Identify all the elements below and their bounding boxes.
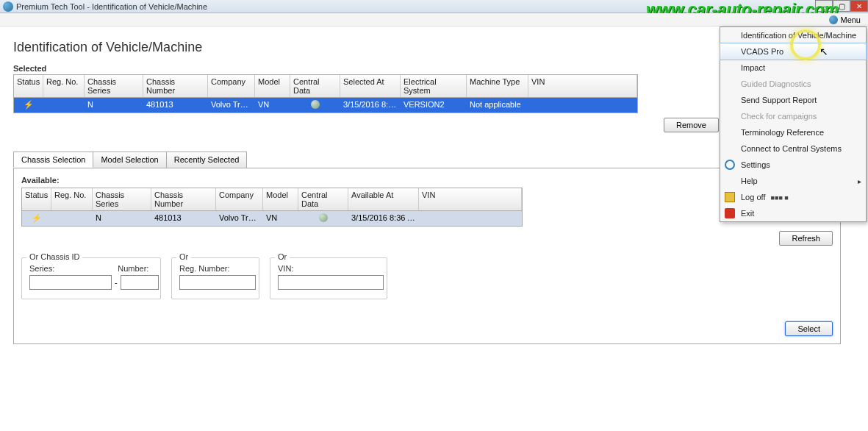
menu-item-help[interactable]: Help ▸ [720, 173, 866, 189]
col-selectedat[interactable]: Selected At [340, 75, 401, 97]
cell-company: Volvo Trucks [208, 98, 255, 113]
acol-regno[interactable]: Reg. No. [51, 188, 93, 210]
tab-pane: Available: Status Reg. No. Chassis Serie… [13, 168, 841, 344]
vin-label: VIN: [278, 264, 379, 273]
acol-company[interactable]: Company [216, 188, 263, 210]
input-groups: Or Chassis ID Series: Number: - Or Reg. … [21, 257, 833, 299]
menu-item-logoff[interactable]: Log off ■■■ ■ [720, 189, 866, 205]
acol-number[interactable]: Chassis Number [151, 188, 216, 210]
cell-number: 481013 [143, 98, 208, 113]
acell-vin [419, 211, 522, 226]
col-series[interactable]: Chassis Series [85, 75, 143, 97]
menu-item-vcads-pro[interactable]: VCADS Pro [720, 43, 867, 60]
menu-label: Menu [840, 15, 861, 24]
dash: - [115, 278, 118, 287]
globe-icon [319, 213, 328, 222]
selected-grid-header: Status Reg. No. Chassis Series Chassis N… [14, 75, 637, 98]
app-icon [3, 1, 13, 12]
acol-central[interactable]: Central Data [298, 188, 348, 210]
col-model[interactable]: Model [255, 75, 290, 97]
menu-button[interactable]: Menu [826, 15, 864, 25]
number-label: Number: [118, 264, 148, 273]
col-central[interactable]: Central Data [290, 75, 340, 97]
menu-item-send-support-report[interactable]: Send Support Report [720, 92, 866, 108]
acol-status[interactable]: Status [22, 188, 51, 210]
cell-vin [528, 98, 637, 113]
cell-machine: Not applicable [467, 98, 528, 113]
acell-series: N [93, 211, 151, 226]
menu-item-impact[interactable]: Impact [720, 60, 866, 76]
series-input[interactable] [29, 275, 112, 290]
vin-title: Or [275, 252, 290, 261]
cell-electrical: VERSION2 [401, 98, 467, 113]
reg-group: Or Reg. Number: [171, 257, 259, 299]
col-electrical[interactable]: Electrical System [401, 75, 467, 97]
acell-number: 481013 [151, 211, 216, 226]
acol-vin[interactable]: VIN [419, 188, 522, 210]
tab-chassis-selection[interactable]: Chassis Selection [13, 152, 93, 168]
reg-label: Reg. Number: [179, 264, 251, 273]
window-buttons: — ▢ ✕ [815, 0, 868, 12]
tab-model-selection[interactable]: Model Selection [93, 152, 166, 168]
col-vin[interactable]: VIN [528, 75, 637, 97]
cell-series: N [85, 98, 143, 113]
menu-item-check-campaigns: Check for campaigns [720, 108, 866, 124]
minimize-button[interactable]: — [815, 0, 833, 12]
acol-availat[interactable]: Available At [348, 188, 419, 210]
maximize-button[interactable]: ▢ [833, 0, 850, 12]
selected-grid: Status Reg. No. Chassis Series Chassis N… [13, 74, 638, 113]
menubar: Menu [0, 13, 868, 26]
globe-icon [311, 100, 320, 109]
chassis-id-title: Or Chassis ID [26, 252, 82, 261]
reg-title: Or [176, 252, 191, 261]
reg-input[interactable] [179, 275, 256, 290]
vin-input[interactable] [278, 275, 384, 290]
acell-model: VN [263, 211, 298, 226]
lightning-icon: ⚡ [24, 100, 34, 110]
submenu-arrow-icon: ▸ [858, 177, 861, 185]
cell-selectedat: 3/15/2016 8:36 ... [340, 98, 401, 113]
select-button[interactable]: Select [785, 321, 833, 336]
exit-icon [725, 208, 735, 218]
acell-company: Volvo Trucks [216, 211, 263, 226]
acol-model[interactable]: Model [263, 188, 298, 210]
cell-regno [43, 98, 85, 113]
tab-recently-selected[interactable]: Recently Selected [166, 152, 248, 168]
close-button[interactable]: ✕ [850, 0, 868, 12]
col-regno[interactable]: Reg. No. [43, 75, 85, 97]
menu-item-guided-diagnostics: Guided Diagnostics [720, 76, 866, 92]
col-company[interactable]: Company [208, 75, 255, 97]
titlebar: Premium Tech Tool - Identification of Ve… [0, 0, 868, 13]
menu-item-exit[interactable]: Exit [720, 205, 866, 221]
remove-button[interactable]: Remove [664, 118, 719, 132]
available-grid: Status Reg. No. Chassis Series Chassis N… [21, 188, 523, 227]
series-label: Series: [29, 264, 54, 273]
acell-availat: 3/15/2016 8:36 AM [348, 211, 419, 226]
available-row[interactable]: ⚡ N 481013 Volvo Trucks VN 3/15/2016 8:3… [22, 211, 522, 226]
menu-item-connect-central[interactable]: Connect to Central Systems [720, 140, 866, 157]
available-grid-header: Status Reg. No. Chassis Series Chassis N… [22, 188, 522, 211]
menu-item-terminology[interactable]: Terminology Reference [720, 124, 866, 140]
logoff-user: ■■■ ■ [771, 194, 789, 202]
vin-group: Or VIN: [270, 257, 387, 299]
window-title: Premium Tech Tool - Identification of Ve… [16, 2, 207, 11]
col-status[interactable]: Status [14, 75, 43, 97]
lightning-icon: ⚡ [32, 213, 42, 223]
refresh-button[interactable]: Refresh [779, 231, 833, 246]
cell-model: VN [255, 98, 290, 113]
menu-popup: Identification of Vehicle/Machine VCADS … [720, 26, 867, 222]
available-label: Available: [21, 176, 833, 185]
menu-item-identification[interactable]: Identification of Vehicle/Machine [720, 27, 866, 43]
menu-icon [829, 15, 838, 24]
logoff-icon [725, 192, 735, 202]
chassis-id-group: Or Chassis ID Series: Number: - [21, 257, 161, 299]
col-number[interactable]: Chassis Number [143, 75, 208, 97]
selected-row[interactable]: ⚡ N 481013 Volvo Trucks VN 3/15/2016 8:3… [14, 98, 637, 113]
acol-series[interactable]: Chassis Series [93, 188, 151, 210]
col-machine[interactable]: Machine Type [467, 75, 528, 97]
menu-item-settings[interactable]: Settings [720, 157, 866, 173]
acell-regno [51, 211, 93, 226]
number-input[interactable] [121, 275, 159, 290]
settings-icon [725, 160, 735, 170]
